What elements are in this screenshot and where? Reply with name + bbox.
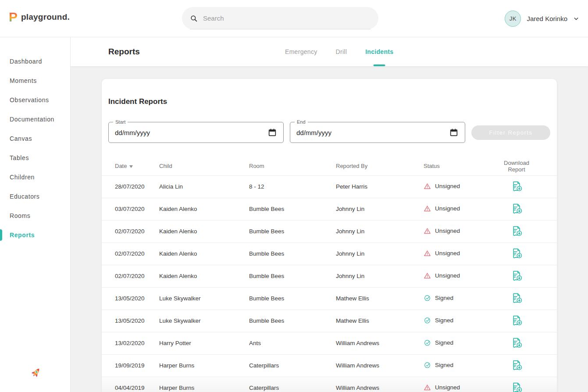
- search-input[interactable]: [203, 14, 371, 22]
- cell-child: Harry Potter: [159, 332, 249, 354]
- table-row[interactable]: 13/05/2020 Luke Skywalker Bumble Bees Ma…: [102, 287, 557, 310]
- status-badge: Signed: [424, 317, 453, 324]
- cell-date: 02/07/2020: [102, 265, 159, 287]
- chevron-down-icon[interactable]: [573, 16, 579, 22]
- cell-child: Luke Skywalker: [159, 287, 249, 310]
- cell-room: Bumble Bees: [249, 220, 336, 242]
- column-header-room: Room: [249, 157, 336, 175]
- warning-icon: [424, 384, 431, 391]
- user-menu[interactable]: JK Jared Korinko: [505, 11, 579, 27]
- cell-reported-by: William Andrews: [336, 377, 424, 392]
- sidebar-item-moments[interactable]: Moments: [0, 71, 70, 90]
- status-badge: Signed: [424, 339, 453, 346]
- cell-date: 13/05/2020: [102, 310, 159, 332]
- calendar-icon: [267, 128, 277, 137]
- download-report-button[interactable]: [511, 181, 523, 193]
- status-badge: Unsigned: [424, 182, 460, 190]
- avatar[interactable]: JK: [505, 11, 521, 27]
- document-download-icon: [511, 270, 523, 281]
- table-row[interactable]: 19/09/2019 Harper Burns Caterpillars Wil…: [102, 354, 557, 377]
- sidebar-item-reports[interactable]: Reports: [0, 225, 70, 245]
- incident-reports-card: Incident Reports Start dd/mm/yyyy End dd…: [102, 79, 557, 392]
- check-circle-icon: [424, 361, 431, 369]
- document-download-icon: [511, 315, 523, 326]
- table-row[interactable]: 02/07/2020 Kaiden Alenko Bumble Bees Joh…: [102, 265, 557, 287]
- page-title: Reports: [108, 47, 140, 57]
- document-download-icon: [511, 337, 523, 348]
- cell-date: 02/07/2020: [102, 220, 159, 242]
- download-report-button[interactable]: [511, 315, 523, 327]
- tab-drill[interactable]: Drill: [336, 37, 347, 66]
- download-report-button[interactable]: [511, 382, 523, 392]
- brand-name: playground.: [21, 12, 70, 22]
- table-row[interactable]: 03/07/2020 Kaiden Alenko Bumble Bees Joh…: [102, 198, 557, 220]
- warning-icon: [424, 249, 431, 257]
- cell-date: 13/05/2020: [102, 287, 159, 310]
- sidebar-item-canvas[interactable]: Canvas: [0, 129, 70, 148]
- sidebar-item-rooms[interactable]: Rooms: [0, 206, 70, 225]
- warning-icon: [424, 227, 431, 235]
- document-download-icon: [511, 360, 523, 371]
- column-header-child: Child: [159, 157, 249, 175]
- cell-child: Harper Burns: [159, 354, 249, 377]
- start-calendar-button[interactable]: [267, 128, 277, 137]
- sidebar: Dashboard Moments Observations Documenta…: [0, 37, 71, 392]
- sidebar-item-dashboard[interactable]: Dashboard: [0, 52, 70, 71]
- search-bar[interactable]: [182, 7, 378, 29]
- column-header-status: Status: [424, 157, 495, 175]
- cell-room: Bumble Bees: [249, 265, 336, 287]
- cell-room: Caterpillars: [249, 377, 336, 392]
- page-header: Reports Emergency Drill Incidents: [71, 37, 588, 66]
- filters-row: Start dd/mm/yyyy End dd/mm/yyyy Filter R…: [108, 122, 550, 143]
- download-report-button[interactable]: [511, 203, 523, 215]
- column-header-date[interactable]: Date: [102, 157, 159, 175]
- download-report-button[interactable]: [511, 292, 523, 305]
- download-report-button[interactable]: [511, 270, 523, 282]
- download-report-button[interactable]: [511, 337, 523, 349]
- table-row[interactable]: 28/07/2020 Alicia Lin 8 - 12 Peter Harri…: [102, 175, 557, 198]
- status-badge: Signed: [424, 361, 453, 369]
- report-tabs: Emergency Drill Incidents: [285, 37, 393, 66]
- end-date-field[interactable]: End dd/mm/yyyy: [290, 122, 465, 143]
- table-row[interactable]: 02/07/2020 Kaiden Alenko Bumble Bees Joh…: [102, 220, 557, 242]
- sidebar-item-educators[interactable]: Educators: [0, 187, 70, 206]
- download-report-button[interactable]: [511, 360, 523, 372]
- tab-incidents[interactable]: Incidents: [365, 37, 393, 66]
- sidebar-item-observations[interactable]: Observations: [0, 90, 70, 110]
- top-bar: P playground. JK Jared Korinko: [0, 0, 588, 37]
- cell-date: 19/09/2019: [102, 354, 159, 377]
- sidebar-item-tables[interactable]: Tables: [0, 148, 70, 167]
- download-report-button[interactable]: [511, 248, 523, 260]
- cell-reported-by: Mathew Ellis: [336, 310, 424, 332]
- end-date-value[interactable]: dd/mm/yyyy: [296, 129, 449, 136]
- cell-room: Bumble Bees: [249, 198, 336, 220]
- table-row[interactable]: 04/04/2019 Harper Burns Caterpillars Wil…: [102, 377, 557, 392]
- check-circle-icon: [424, 294, 431, 302]
- user-name: Jared Korinko: [527, 15, 567, 22]
- cell-reported-by: William Andrews: [336, 332, 424, 354]
- cell-date: 13/02/2020: [102, 332, 159, 354]
- cell-child: Kaiden Alenko: [159, 198, 249, 220]
- end-calendar-button[interactable]: [449, 128, 459, 137]
- sidebar-item-documentation[interactable]: Documentation: [0, 110, 70, 129]
- table-row[interactable]: 13/02/2020 Harry Potter Ants William And…: [102, 332, 557, 354]
- status-badge: Signed: [424, 294, 453, 302]
- sidebar-item-children[interactable]: Children: [0, 167, 70, 187]
- table-row[interactable]: 13/05/2020 Luke Skywalker Bumble Bees Ma…: [102, 310, 557, 332]
- table-header-row: Date Child Room Reported By Status Downl…: [102, 157, 557, 175]
- cell-child: Harper Burns: [159, 377, 249, 392]
- tab-emergency[interactable]: Emergency: [285, 37, 317, 66]
- document-download-icon: [511, 203, 523, 214]
- cell-reported-by: William Andrews: [336, 354, 424, 377]
- warning-icon: [424, 182, 431, 190]
- cell-reported-by: Johnny Lin: [336, 242, 424, 265]
- cell-reported-by: Peter Harris: [336, 175, 424, 198]
- filter-reports-button[interactable]: Filter Reports: [471, 125, 550, 140]
- start-date-value[interactable]: dd/mm/yyyy: [115, 129, 267, 136]
- cell-child: Luke Skywalker: [159, 310, 249, 332]
- start-date-field[interactable]: Start dd/mm/yyyy: [108, 122, 284, 143]
- download-report-button[interactable]: [511, 225, 523, 238]
- sort-desc-icon: [129, 165, 133, 168]
- warning-icon: [424, 272, 431, 279]
- table-row[interactable]: 02/07/2020 Kaiden Alenko Bumble Bees Joh…: [102, 242, 557, 265]
